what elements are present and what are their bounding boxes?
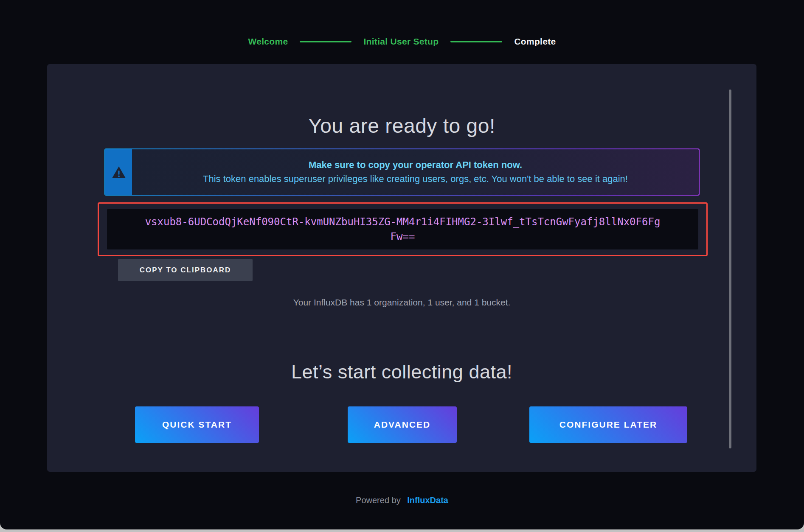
warning-title: Make sure to copy your operator API toke…: [309, 160, 522, 171]
stepper-item-welcome: Welcome: [248, 36, 288, 47]
api-token-line-2: Fw==: [391, 230, 415, 244]
card-scrollbar[interactable]: [729, 90, 731, 448]
advanced-button[interactable]: ADVANCED: [348, 406, 457, 443]
api-token-value: vsxub8-6UDCodQjKeNf090CtR-kvmUNZbuHI35ZG…: [107, 209, 698, 249]
warning-text-block: Make sure to copy your operator API toke…: [132, 149, 699, 195]
stepper-item-complete: Complete: [514, 36, 556, 47]
completion-card: You are ready to go! Make sure to copy y…: [47, 64, 756, 472]
collect-data-heading: Let’s start collecting data!: [47, 361, 756, 383]
stepper-item-initial-user-setup: Initial User Setup: [363, 36, 439, 47]
token-highlight-box: vsxub8-6UDCodQjKeNf090CtR-kvmUNZbuHI35ZG…: [98, 202, 708, 256]
copy-to-clipboard-button[interactable]: COPY TO CLIPBOARD: [118, 259, 253, 281]
api-token-line-1: vsxub8-6UDCodQjKeNf090CtR-kvmUNZbuHI35ZG…: [145, 215, 661, 230]
warning-body: This token enables superuser privileges …: [203, 174, 628, 185]
powered-by-label: Powered by: [356, 496, 401, 505]
setup-stepper: Welcome Initial User Setup Complete: [0, 36, 804, 47]
warning-icon-box: [105, 149, 132, 195]
stepper-connector-line: [300, 41, 351, 42]
ready-heading: You are ready to go!: [47, 114, 756, 137]
quick-start-button[interactable]: QUICK START: [135, 406, 259, 443]
stepper-connector-line: [450, 41, 502, 42]
influxdata-link[interactable]: InfluxData: [407, 496, 448, 505]
setup-wizard-page: Welcome Initial User Setup Complete You …: [0, 0, 804, 529]
warning-icon: [112, 166, 126, 179]
action-button-row: QUICK START ADVANCED CONFIGURE LATER: [47, 406, 756, 443]
footer: Powered by InfluxData: [0, 496, 804, 505]
configure-later-button[interactable]: CONFIGURE LATER: [529, 406, 687, 443]
token-warning-banner: Make sure to copy your operator API toke…: [104, 148, 700, 196]
org-summary-text: Your InfluxDB has 1 organization, 1 user…: [47, 297, 756, 308]
